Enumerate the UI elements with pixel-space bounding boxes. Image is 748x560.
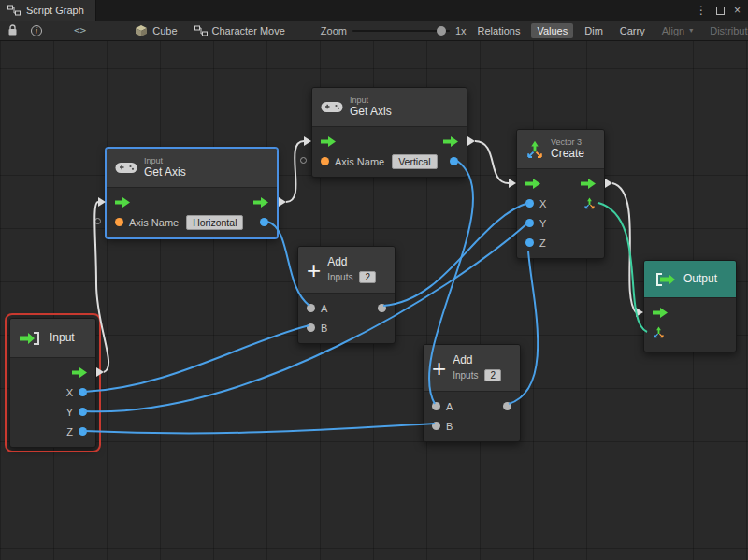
inputs-label: Inputs — [327, 272, 352, 283]
node-title: Add — [327, 256, 376, 269]
port-y-in[interactable] — [525, 219, 534, 227]
node-add-bottom[interactable]: + Add Inputs 2 A B — [423, 344, 521, 442]
node-add-top[interactable]: + Add Inputs 2 A B — [297, 246, 396, 344]
zoom-value: 1x — [455, 25, 467, 36]
port-y-label: Y — [66, 407, 73, 418]
dim-button[interactable]: Dim — [579, 23, 609, 38]
flow-in-port[interactable] — [321, 136, 336, 147]
data-connection-vector3-to-output-value — [598, 203, 647, 332]
flow-connection-vector3-to-output — [612, 183, 636, 312]
node-header: Input — [10, 319, 95, 358]
node-title: Input — [50, 332, 75, 345]
axis-name-in-port[interactable] — [321, 157, 329, 165]
node-get-axis-horizontal[interactable]: Input Get Axis Axis Name Horizontal — [106, 148, 278, 238]
node-input-unit[interactable]: Input X Y Z — [9, 318, 96, 448]
flow-connection-getaxis-horizontal-to-vertical — [286, 141, 304, 202]
add-icon: + — [307, 258, 321, 282]
vector-out-port[interactable] — [583, 197, 596, 209]
node-title: Get Axis — [144, 166, 186, 179]
value-out-port[interactable] — [450, 157, 458, 165]
node-header: Output — [644, 261, 736, 298]
inputs-count-field[interactable]: 2 — [359, 271, 376, 284]
flow-out-port[interactable] — [72, 367, 87, 378]
node-title: Get Axis — [350, 106, 392, 119]
param-label: Axis Name — [129, 217, 179, 228]
vector-in-port[interactable] — [653, 326, 665, 338]
graph-toolbar: i <> Cube Character Move Zoom 1x Relatio… — [0, 21, 748, 41]
breadcrumb-cube-label: Cube — [152, 25, 177, 36]
axis-name-in-port[interactable] — [115, 218, 123, 226]
flow-connection-getaxis-vertical-to-vector3 — [475, 141, 509, 183]
info-button[interactable]: i — [27, 23, 46, 38]
port-a-in[interactable] — [432, 402, 440, 410]
axis-name-field[interactable]: Vertical — [392, 154, 437, 169]
tab-bar: Script Graph ⋮ × — [0, 0, 748, 21]
port-x-in[interactable] — [525, 199, 534, 208]
flow-out-port[interactable] — [581, 179, 596, 189]
add-icon: + — [432, 356, 446, 381]
graph-canvas[interactable]: Input Get Axis Axis Name Vertical — [0, 41, 748, 560]
code-view-button[interactable]: <> — [70, 22, 90, 38]
relations-button[interactable]: Relations — [472, 23, 526, 38]
port-z-label: Z — [539, 237, 546, 249]
gamepad-icon — [115, 161, 137, 175]
close-icon[interactable]: × — [734, 5, 741, 16]
gamepad-icon — [321, 100, 343, 114]
data-connection-input-z-to-add2-b — [84, 424, 435, 433]
flow-in-port[interactable] — [653, 308, 668, 318]
flow-out-port[interactable] — [253, 197, 268, 208]
data-connection-add-to-vector3-x — [383, 203, 528, 306]
cube-icon — [135, 24, 148, 37]
data-connection-input-x-to-add-b — [84, 325, 309, 392]
port-z-in[interactable] — [525, 238, 534, 247]
align-button[interactable]: Align ▾ — [656, 23, 698, 38]
node-vector3-create[interactable]: Vector 3 Create X Y — [516, 129, 605, 259]
script-graph-asset-icon — [194, 25, 208, 36]
flow-in-port[interactable] — [115, 197, 130, 208]
lock-button[interactable] — [4, 22, 22, 38]
port-x-out[interactable] — [79, 388, 87, 396]
tab-title: Script Graph — [26, 5, 84, 16]
info-icon: i — [31, 25, 42, 36]
carry-button[interactable]: Carry — [614, 23, 651, 38]
code-icon: <> — [74, 24, 86, 36]
node-output-unit[interactable]: Output — [643, 260, 737, 352]
unconnected-port-indicator[interactable] — [94, 218, 101, 224]
sum-out-port[interactable] — [503, 402, 511, 410]
flow-out-port[interactable] — [443, 136, 458, 147]
inputs-count-field[interactable]: 2 — [484, 369, 501, 382]
breadcrumb-cube[interactable]: Cube — [129, 22, 182, 39]
values-button[interactable]: Values — [531, 23, 573, 38]
port-a-label: A — [446, 401, 453, 412]
value-out-port[interactable] — [260, 218, 268, 226]
vector3-icon — [525, 140, 544, 159]
port-z-label: Z — [66, 426, 73, 438]
distribute-button[interactable]: Distribute ▾ — [704, 23, 748, 38]
node-title: Add — [453, 354, 501, 367]
tab-script-graph[interactable]: Script Graph — [0, 0, 96, 21]
node-title: Output — [683, 273, 717, 286]
port-b-in[interactable] — [307, 323, 315, 332]
unconnected-port-indicator[interactable] — [300, 157, 307, 164]
port-y-out[interactable] — [79, 408, 87, 416]
maximize-icon[interactable] — [716, 7, 725, 15]
axis-name-field[interactable]: Horizontal — [186, 215, 243, 230]
breadcrumb-character-move-label: Character Move — [212, 25, 285, 36]
kebab-menu-icon[interactable]: ⋮ — [696, 5, 707, 16]
breadcrumb-character-move[interactable]: Character Move — [189, 23, 291, 38]
input-arrow-icon — [19, 331, 43, 346]
port-z-out[interactable] — [79, 427, 87, 436]
zoom-label: Zoom — [321, 25, 347, 36]
node-title: Create — [551, 148, 584, 161]
align-label: Align — [662, 25, 684, 36]
zoom-slider[interactable] — [352, 25, 450, 36]
script-graph-icon — [7, 5, 21, 16]
port-a-label: A — [321, 303, 327, 314]
flow-in-port[interactable] — [525, 179, 540, 189]
zoom-slider-handle[interactable] — [437, 26, 446, 36]
port-a-in[interactable] — [307, 304, 315, 312]
node-get-axis-vertical[interactable]: Input Get Axis Axis Name Vertical — [311, 87, 468, 178]
port-b-in[interactable] — [432, 422, 440, 430]
sum-out-port[interactable] — [378, 304, 386, 312]
chevron-down-icon: ▾ — [689, 26, 693, 35]
